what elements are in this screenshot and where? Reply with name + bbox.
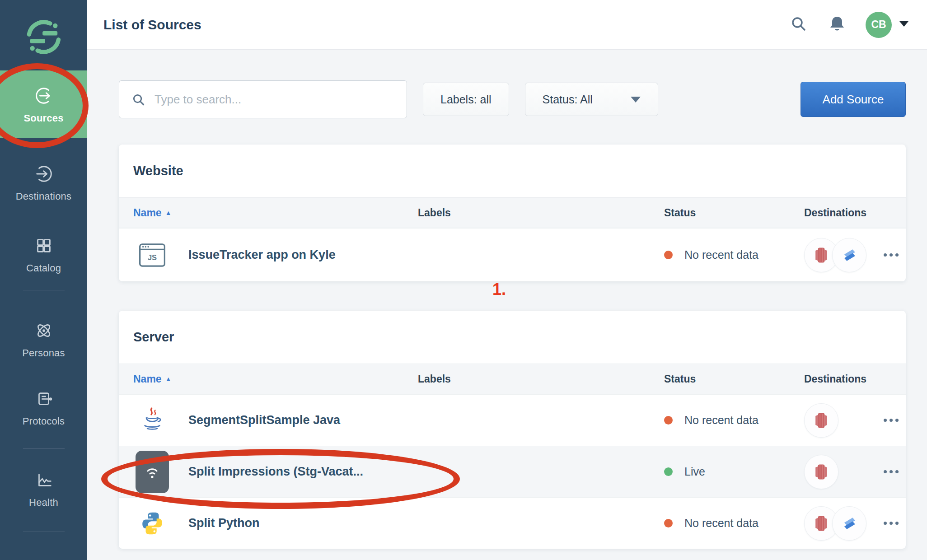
status-filter-dropdown[interactable]: Status: All bbox=[525, 83, 658, 116]
column-header-destinations: Destinations bbox=[804, 207, 906, 219]
javascript-browser-icon: JS bbox=[133, 243, 171, 268]
status-cell: No recent data bbox=[664, 414, 804, 427]
destinations-arrow-in-icon bbox=[33, 163, 55, 185]
status-cell: No recent data bbox=[664, 517, 804, 530]
top-bar: List of Sources bbox=[87, 0, 927, 50]
account-menu[interactable]: CB bbox=[866, 12, 909, 38]
personas-atom-icon bbox=[33, 320, 55, 341]
avatar[interactable]: CB bbox=[866, 12, 892, 38]
content-area: Labels: all Status: All Add Source Websi… bbox=[87, 50, 927, 560]
server-card: Server Name▲ Labels Status Destinations bbox=[119, 311, 906, 549]
table-header: Name▲ Labels Status Destinations bbox=[119, 197, 906, 228]
sidebar-item-sources[interactable]: Sources bbox=[0, 70, 87, 138]
destinations-cell bbox=[804, 403, 876, 438]
bell-icon bbox=[828, 14, 847, 35]
status-dot bbox=[664, 467, 673, 476]
labels-filter-label: Labels: all bbox=[440, 93, 492, 106]
notifications-button[interactable] bbox=[828, 14, 847, 35]
search-icon bbox=[789, 14, 809, 35]
column-header-name[interactable]: Name▲ bbox=[119, 373, 418, 385]
health-chart-icon bbox=[33, 469, 55, 491]
sidebar-item-personas[interactable]: Personas bbox=[0, 307, 87, 372]
card-title-website: Website bbox=[133, 163, 183, 178]
python-icon bbox=[133, 510, 171, 537]
row-more-options-button[interactable] bbox=[877, 247, 905, 263]
sort-ascending-icon: ▲ bbox=[165, 375, 172, 383]
column-header-status: Status bbox=[664, 207, 804, 219]
status-text: No recent data bbox=[684, 248, 758, 261]
sidebar-item-label: Personas bbox=[22, 347, 65, 359]
sidebar-divider bbox=[23, 448, 65, 449]
table-row-split-impressions[interactable]: Split Impressions (Stg-Vacat... Live bbox=[119, 446, 906, 497]
status-text: Live bbox=[684, 465, 705, 478]
filter-row: Labels: all Status: All Add Source bbox=[119, 80, 906, 118]
column-header-status: Status bbox=[664, 373, 804, 385]
status-cell: No recent data bbox=[664, 248, 804, 261]
destinations-cell bbox=[804, 455, 876, 489]
destinations-cell bbox=[804, 506, 876, 541]
row-more-options-button[interactable] bbox=[877, 515, 905, 531]
sidebar-item-protocols[interactable]: Protocols bbox=[0, 375, 87, 440]
column-header-destinations: Destinations bbox=[804, 373, 906, 385]
sidebar-item-label: Catalog bbox=[26, 262, 61, 274]
status-text: No recent data bbox=[684, 414, 758, 427]
status-cell: Live bbox=[664, 465, 804, 478]
sidebar-divider bbox=[23, 290, 65, 290]
card-title-server: Server bbox=[133, 330, 174, 345]
sidebar-item-health[interactable]: Health bbox=[0, 456, 87, 522]
sidebar-item-destinations[interactable]: Destinations bbox=[0, 150, 87, 215]
status-text: No recent data bbox=[684, 517, 758, 530]
sidebar-item-label: Health bbox=[29, 497, 58, 509]
split-destination-icon[interactable] bbox=[832, 506, 866, 541]
labels-filter-button[interactable]: Labels: all bbox=[423, 83, 509, 116]
search-icon bbox=[131, 92, 147, 110]
destinations-cell bbox=[804, 238, 876, 272]
website-card: Website Name▲ Labels Status Destinations bbox=[119, 145, 906, 281]
catalog-grid-icon bbox=[33, 235, 55, 257]
segment-logo[interactable] bbox=[0, 0, 87, 69]
search-button[interactable] bbox=[789, 14, 809, 35]
source-name[interactable]: Split Python bbox=[188, 516, 260, 530]
status-dot bbox=[664, 251, 673, 259]
sort-ascending-icon: ▲ bbox=[165, 209, 172, 216]
source-name[interactable]: SegmentSplitSample Java bbox=[188, 413, 340, 427]
source-name[interactable]: IssueTracker app on Kyle bbox=[188, 248, 336, 262]
source-name[interactable]: Split Impressions (Stg-Vacat... bbox=[188, 465, 363, 479]
table-row-issuetracker[interactable]: JS IssueTracker app on Kyle No recent da… bbox=[119, 228, 906, 281]
sidebar-item-catalog[interactable]: Catalog bbox=[0, 222, 87, 287]
table-header: Name▲ Labels Status Destinations bbox=[119, 364, 906, 394]
column-header-labels: Labels bbox=[418, 207, 664, 219]
column-header-name[interactable]: Name▲ bbox=[119, 207, 418, 219]
sources-arrow-out-icon bbox=[33, 85, 55, 107]
sidebar: Sources Destinations Cata bbox=[0, 0, 87, 560]
java-icon bbox=[133, 406, 171, 434]
sidebar-divider bbox=[23, 532, 65, 532]
add-source-button[interactable]: Add Source bbox=[801, 82, 906, 117]
page-title: List of Sources bbox=[103, 17, 201, 33]
search-input[interactable] bbox=[119, 80, 407, 118]
sidebar-item-label: Protocols bbox=[23, 415, 65, 427]
redshift-destination-icon[interactable] bbox=[804, 403, 838, 438]
status-dot bbox=[664, 519, 673, 527]
search-box bbox=[119, 80, 407, 118]
caret-down-icon bbox=[899, 21, 909, 29]
status-dot bbox=[664, 416, 673, 425]
caret-down-icon bbox=[631, 97, 641, 103]
column-header-labels: Labels bbox=[418, 373, 664, 385]
split-destination-icon[interactable] bbox=[832, 238, 866, 272]
row-more-options-button[interactable] bbox=[877, 412, 905, 428]
redshift-destination-icon[interactable] bbox=[804, 455, 838, 489]
sidebar-item-label: Sources bbox=[23, 112, 63, 124]
wifi-server-icon bbox=[133, 451, 171, 493]
row-more-options-button[interactable] bbox=[877, 464, 905, 480]
protocols-document-icon bbox=[33, 388, 55, 410]
table-row-split-python[interactable]: Split Python No recent data bbox=[119, 497, 906, 549]
status-filter-label: Status: All bbox=[543, 93, 593, 106]
svg-text:JS: JS bbox=[148, 253, 157, 262]
sidebar-item-label: Destinations bbox=[16, 191, 71, 202]
table-row-segmentsplitsample-java[interactable]: SegmentSplitSample Java No recent data bbox=[119, 394, 906, 446]
